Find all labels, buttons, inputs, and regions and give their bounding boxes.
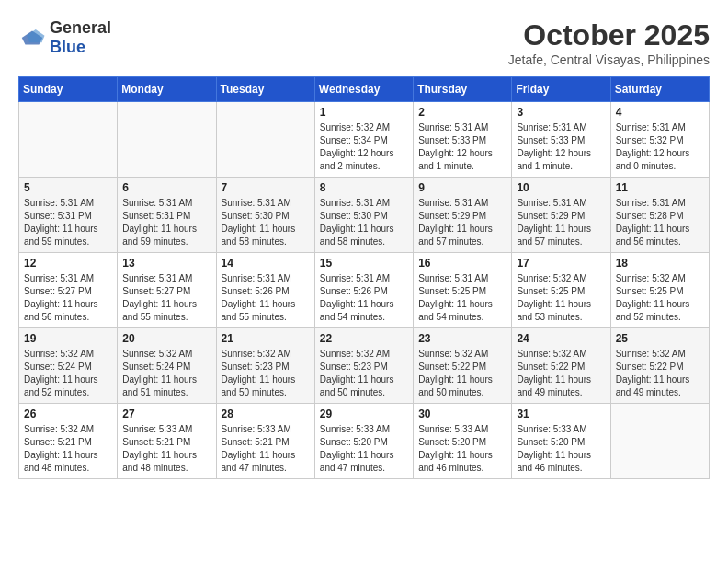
day-info: Sunrise: 5:32 AMSunset: 5:34 PMDaylight:… <box>320 121 408 173</box>
day-number: 11 <box>616 181 704 194</box>
day-number: 9 <box>418 181 506 194</box>
logo-icon <box>18 27 46 49</box>
day-number: 1 <box>320 106 408 119</box>
day-number: 30 <box>418 408 506 420</box>
calendar-cell: 15Sunrise: 5:31 AMSunset: 5:26 PMDayligh… <box>314 253 413 328</box>
page-header: General Blue October 2025 Jetafe, Centra… <box>18 18 710 67</box>
day-info: Sunrise: 5:32 AMSunset: 5:21 PMDaylight:… <box>24 423 112 475</box>
calendar-cell: 1Sunrise: 5:32 AMSunset: 5:34 PMDaylight… <box>314 102 413 178</box>
day-info: Sunrise: 5:31 AMSunset: 5:30 PMDaylight:… <box>320 197 408 248</box>
day-info: Sunrise: 5:33 AMSunset: 5:21 PMDaylight:… <box>222 423 310 475</box>
calendar-body: 1Sunrise: 5:32 AMSunset: 5:34 PMDaylight… <box>19 102 710 479</box>
day-info: Sunrise: 5:31 AMSunset: 5:29 PMDaylight:… <box>517 197 605 248</box>
day-number: 2 <box>418 106 506 119</box>
col-thursday: Thursday <box>414 77 512 102</box>
day-info: Sunrise: 5:32 AMSunset: 5:23 PMDaylight:… <box>320 348 408 399</box>
calendar-cell: 14Sunrise: 5:31 AMSunset: 5:26 PMDayligh… <box>216 253 314 328</box>
day-number: 25 <box>616 332 704 345</box>
day-info: Sunrise: 5:33 AMSunset: 5:20 PMDaylight:… <box>418 423 506 475</box>
day-number: 7 <box>222 181 310 194</box>
col-friday: Friday <box>512 77 610 102</box>
logo-blue: Blue <box>50 38 85 56</box>
day-number: 22 <box>320 332 408 345</box>
week-row-4: 19Sunrise: 5:32 AMSunset: 5:24 PMDayligh… <box>19 328 710 404</box>
day-info: Sunrise: 5:32 AMSunset: 5:25 PMDaylight:… <box>517 272 605 324</box>
col-monday: Monday <box>118 77 216 102</box>
header-row: Sunday Monday Tuesday Wednesday Thursday… <box>19 77 710 102</box>
calendar-header: Sunday Monday Tuesday Wednesday Thursday… <box>19 77 710 102</box>
calendar-cell: 12Sunrise: 5:31 AMSunset: 5:27 PMDayligh… <box>19 253 118 328</box>
day-info: Sunrise: 5:31 AMSunset: 5:33 PMDaylight:… <box>418 121 506 173</box>
day-info: Sunrise: 5:31 AMSunset: 5:31 PMDaylight:… <box>122 197 210 248</box>
day-number: 8 <box>320 181 408 194</box>
day-info: Sunrise: 5:32 AMSunset: 5:24 PMDaylight:… <box>24 348 112 399</box>
week-row-5: 26Sunrise: 5:32 AMSunset: 5:21 PMDayligh… <box>19 404 710 479</box>
day-number: 20 <box>122 332 210 345</box>
calendar-cell: 24Sunrise: 5:32 AMSunset: 5:22 PMDayligh… <box>512 328 610 404</box>
day-info: Sunrise: 5:31 AMSunset: 5:25 PMDaylight:… <box>418 272 506 324</box>
day-number: 3 <box>517 106 605 119</box>
calendar-cell: 18Sunrise: 5:32 AMSunset: 5:25 PMDayligh… <box>610 253 709 328</box>
week-row-3: 12Sunrise: 5:31 AMSunset: 5:27 PMDayligh… <box>19 253 710 328</box>
day-number: 13 <box>122 257 210 270</box>
day-number: 24 <box>517 332 605 345</box>
day-number: 18 <box>616 257 704 270</box>
logo-general: General <box>50 18 111 37</box>
col-sunday: Sunday <box>19 77 118 102</box>
day-number: 28 <box>222 408 310 420</box>
day-info: Sunrise: 5:31 AMSunset: 5:26 PMDaylight:… <box>222 272 310 324</box>
day-info: Sunrise: 5:31 AMSunset: 5:26 PMDaylight:… <box>320 272 408 324</box>
logo-text: General Blue <box>50 18 111 57</box>
calendar-cell: 8Sunrise: 5:31 AMSunset: 5:30 PMDaylight… <box>314 178 413 253</box>
month-title: October 2025 <box>508 18 710 52</box>
calendar-cell: 3Sunrise: 5:31 AMSunset: 5:33 PMDaylight… <box>512 102 610 178</box>
day-info: Sunrise: 5:32 AMSunset: 5:22 PMDaylight:… <box>616 348 704 399</box>
calendar-cell: 27Sunrise: 5:33 AMSunset: 5:21 PMDayligh… <box>118 404 216 479</box>
calendar-cell: 6Sunrise: 5:31 AMSunset: 5:31 PMDaylight… <box>118 178 216 253</box>
location-title: Jetafe, Central Visayas, Philippines <box>508 52 710 67</box>
day-info: Sunrise: 5:32 AMSunset: 5:24 PMDaylight:… <box>122 348 210 399</box>
calendar-cell: 9Sunrise: 5:31 AMSunset: 5:29 PMDaylight… <box>414 178 512 253</box>
day-info: Sunrise: 5:31 AMSunset: 5:32 PMDaylight:… <box>616 121 704 173</box>
day-info: Sunrise: 5:31 AMSunset: 5:27 PMDaylight:… <box>24 272 112 324</box>
day-number: 16 <box>418 257 506 270</box>
calendar-cell: 4Sunrise: 5:31 AMSunset: 5:32 PMDaylight… <box>610 102 709 178</box>
day-number: 4 <box>616 106 704 119</box>
week-row-1: 1Sunrise: 5:32 AMSunset: 5:34 PMDaylight… <box>19 102 710 178</box>
calendar-cell: 11Sunrise: 5:31 AMSunset: 5:28 PMDayligh… <box>610 178 709 253</box>
calendar-cell: 25Sunrise: 5:32 AMSunset: 5:22 PMDayligh… <box>610 328 709 404</box>
calendar-cell: 26Sunrise: 5:32 AMSunset: 5:21 PMDayligh… <box>19 404 118 479</box>
day-number: 12 <box>24 257 112 270</box>
day-info: Sunrise: 5:31 AMSunset: 5:31 PMDaylight:… <box>24 197 112 248</box>
day-info: Sunrise: 5:32 AMSunset: 5:22 PMDaylight:… <box>517 348 605 399</box>
day-info: Sunrise: 5:31 AMSunset: 5:27 PMDaylight:… <box>122 272 210 324</box>
calendar-cell: 23Sunrise: 5:32 AMSunset: 5:22 PMDayligh… <box>414 328 512 404</box>
week-row-2: 5Sunrise: 5:31 AMSunset: 5:31 PMDaylight… <box>19 178 710 253</box>
day-info: Sunrise: 5:31 AMSunset: 5:33 PMDaylight:… <box>517 121 605 173</box>
calendar-cell: 2Sunrise: 5:31 AMSunset: 5:33 PMDaylight… <box>414 102 512 178</box>
day-info: Sunrise: 5:32 AMSunset: 5:25 PMDaylight:… <box>616 272 704 324</box>
calendar-cell: 21Sunrise: 5:32 AMSunset: 5:23 PMDayligh… <box>216 328 314 404</box>
day-number: 27 <box>122 408 210 420</box>
col-wednesday: Wednesday <box>314 77 413 102</box>
calendar-cell: 28Sunrise: 5:33 AMSunset: 5:21 PMDayligh… <box>216 404 314 479</box>
col-saturday: Saturday <box>610 77 709 102</box>
title-block: October 2025 Jetafe, Central Visayas, Ph… <box>508 18 710 67</box>
calendar-table: Sunday Monday Tuesday Wednesday Thursday… <box>18 76 710 479</box>
calendar-cell: 10Sunrise: 5:31 AMSunset: 5:29 PMDayligh… <box>512 178 610 253</box>
day-number: 19 <box>24 332 112 345</box>
calendar-cell: 22Sunrise: 5:32 AMSunset: 5:23 PMDayligh… <box>314 328 413 404</box>
day-number: 26 <box>24 408 112 420</box>
calendar-cell: 17Sunrise: 5:32 AMSunset: 5:25 PMDayligh… <box>512 253 610 328</box>
col-tuesday: Tuesday <box>216 77 314 102</box>
day-number: 5 <box>24 181 112 194</box>
calendar-cell: 29Sunrise: 5:33 AMSunset: 5:20 PMDayligh… <box>314 404 413 479</box>
day-info: Sunrise: 5:31 AMSunset: 5:30 PMDaylight:… <box>222 197 310 248</box>
day-number: 23 <box>418 332 506 345</box>
day-info: Sunrise: 5:32 AMSunset: 5:23 PMDaylight:… <box>222 348 310 399</box>
calendar-cell: 19Sunrise: 5:32 AMSunset: 5:24 PMDayligh… <box>19 328 118 404</box>
day-number: 10 <box>517 181 605 194</box>
calendar-cell: 20Sunrise: 5:32 AMSunset: 5:24 PMDayligh… <box>118 328 216 404</box>
day-number: 6 <box>122 181 210 194</box>
calendar-cell: 31Sunrise: 5:33 AMSunset: 5:20 PMDayligh… <box>512 404 610 479</box>
